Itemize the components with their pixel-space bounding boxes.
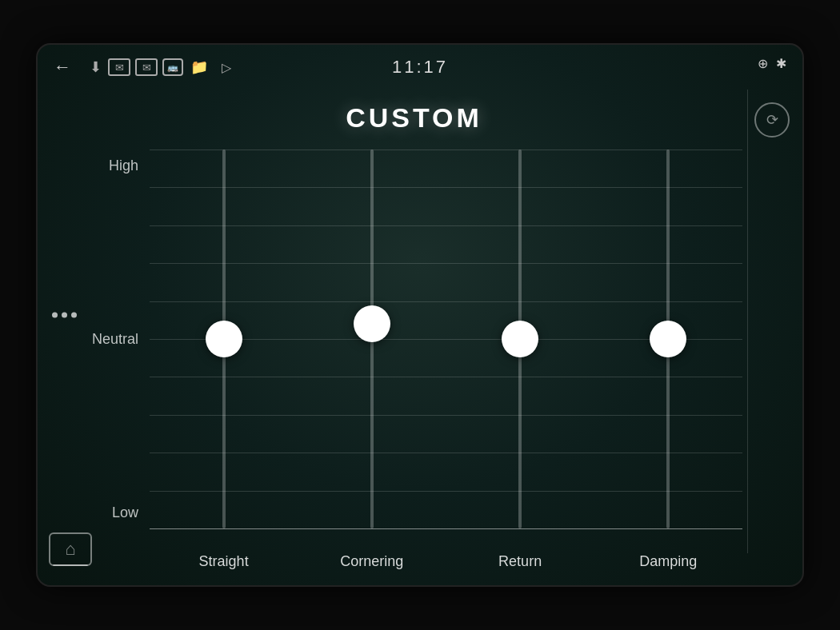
bluetooth-icon: ✱ (776, 56, 786, 71)
sliders-area (150, 150, 742, 529)
slider-damping (594, 150, 742, 528)
notification-icons: ⬇ ✉ ✉ 🚌 📁 ▷ (87, 58, 238, 76)
slider-thumb-straight[interactable] (206, 321, 242, 357)
slider-tracks (150, 150, 742, 528)
slider-return (446, 150, 594, 528)
dot-1 (52, 313, 58, 318)
back-button[interactable]: ← (54, 57, 71, 78)
slider-thumb-cornering[interactable] (354, 305, 390, 342)
home-icon: ⌂ (65, 539, 75, 560)
page-title: CUSTOM (346, 102, 482, 134)
download-icon: ⬇ (87, 58, 103, 76)
main-screen: ← ⬇ ✉ ✉ 🚌 📁 ▷ 11:17 ⊕ ✱ ⟳ (36, 43, 804, 587)
three-dots-menu[interactable] (52, 313, 77, 318)
slider-straight (150, 150, 298, 528)
y-axis-labels: High Neutral Low (86, 150, 150, 529)
chart-container: High Neutral Low (86, 150, 742, 585)
status-bar: ← ⬇ ✉ ✉ 🚌 📁 ▷ 11:17 ⊕ ✱ (38, 45, 802, 90)
slider-cornering (298, 150, 446, 528)
y-label-neutral: Neutral (86, 331, 150, 348)
x-label-straight: Straight (150, 553, 298, 570)
dot-2 (62, 313, 67, 318)
gps-icon: ⊕ (758, 56, 768, 71)
clock-display: 11:17 (392, 57, 448, 78)
x-axis-labels: Straight Cornering Return Damping (150, 537, 742, 585)
grid-line-bottom (150, 528, 742, 529)
slider-thumb-damping[interactable] (650, 321, 686, 357)
envelope-icon-1: ✉ (108, 58, 130, 76)
play-icon: ▷ (215, 58, 238, 76)
slider-thumb-return[interactable] (502, 321, 538, 357)
folder-icon: 📁 (188, 58, 210, 76)
envelope-icon-2: ✉ (135, 58, 158, 76)
top-right-icons: ⊕ ✱ (758, 56, 786, 71)
settings-button[interactable]: ⟳ (754, 102, 790, 138)
y-label-low: Low (86, 504, 150, 521)
settings-icon: ⟳ (766, 111, 778, 129)
x-label-damping: Damping (594, 553, 742, 570)
x-label-cornering: Cornering (298, 553, 446, 570)
right-divider (747, 90, 748, 553)
main-content: CUSTOM High Neutral Low (86, 90, 742, 585)
x-label-return: Return (446, 553, 594, 570)
bus-icon: 🚌 (162, 58, 183, 76)
y-label-high: High (86, 158, 150, 174)
dot-3 (71, 313, 77, 318)
